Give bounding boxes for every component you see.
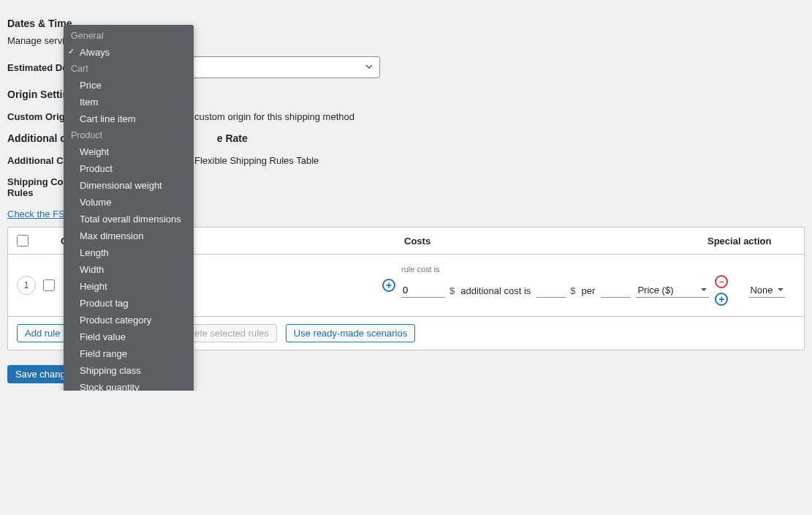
caret-down-icon [700, 285, 707, 296]
dropdown-item[interactable]: Stock quantity [64, 379, 194, 391]
rule-cost-label: rule cost is [401, 265, 785, 274]
dropdown-item[interactable]: Price [64, 77, 194, 94]
currency-symbol: $ [449, 285, 455, 296]
chevron-down-icon [365, 62, 373, 73]
dropdown-item[interactable]: Weight [64, 143, 194, 160]
dropdown-item[interactable]: Cart line item [64, 110, 194, 127]
remove-cost-icon[interactable]: – [715, 275, 728, 288]
add-condition-icon[interactable]: + [382, 279, 395, 292]
special-action-header: Special action [707, 236, 795, 247]
per-value-input[interactable] [601, 283, 630, 298]
special-action-select[interactable]: None [748, 283, 785, 298]
custom-origin-text: custom origin for this shipping method [194, 111, 354, 122]
dropdown-item[interactable]: Field range [64, 345, 194, 362]
dropdown-item[interactable]: ✓Always [64, 44, 194, 61]
estimated-delivery-select[interactable] [175, 56, 380, 78]
rule-cost-input[interactable] [401, 283, 445, 298]
currency-symbol-2: $ [570, 285, 575, 296]
caret-down-icon [777, 285, 784, 296]
add-rule-button[interactable]: Add rule [17, 324, 68, 342]
additional-cost-input[interactable] [536, 283, 566, 298]
row-checkbox[interactable] [43, 279, 55, 291]
dropdown-item[interactable]: Width [64, 261, 194, 278]
use-ready-scenarios-button[interactable]: Use ready-made scenarios [286, 324, 415, 342]
per-label: per [582, 285, 596, 296]
dropdown-item[interactable]: Length [64, 244, 194, 261]
condition-dropdown[interactable]: General✓AlwaysCartPriceItemCart line ite… [64, 25, 194, 391]
dropdown-item[interactable]: Product tag [64, 295, 194, 312]
dropdown-item[interactable]: Product category [64, 312, 194, 328]
additional-cost-label: additional cost is [460, 285, 531, 296]
dropdown-item[interactable]: Field value [64, 328, 194, 345]
dropdown-item[interactable]: Dimensional weight [64, 177, 194, 194]
check-fs-link[interactable]: Check the FS [7, 208, 65, 219]
dropdown-item[interactable]: Shipping class [64, 362, 194, 379]
per-unit-select[interactable]: Price ($) [636, 283, 709, 298]
costs-header: Costs [404, 236, 707, 247]
select-all-checkbox[interactable] [17, 235, 29, 247]
dropdown-item[interactable]: Max dimension [64, 228, 194, 244]
row-number-badge: 1 [17, 276, 36, 295]
dropdown-item[interactable]: Volume [64, 194, 194, 211]
dropdown-item[interactable]: Total overall dimensions [64, 211, 194, 228]
dropdown-item[interactable]: Item [64, 94, 194, 110]
dropdown-group-label: Product [64, 127, 194, 143]
dropdown-group-label: General [64, 28, 194, 44]
dropdown-item[interactable]: Product [64, 160, 194, 177]
dropdown-group-label: Cart [64, 61, 194, 77]
add-cost-icon[interactable]: + [715, 293, 728, 306]
dropdown-item[interactable]: Height [64, 278, 194, 295]
additional-conditions-text: Flexible Shipping Rules Table [194, 155, 319, 166]
checkmark-icon: ✓ [68, 47, 75, 56]
